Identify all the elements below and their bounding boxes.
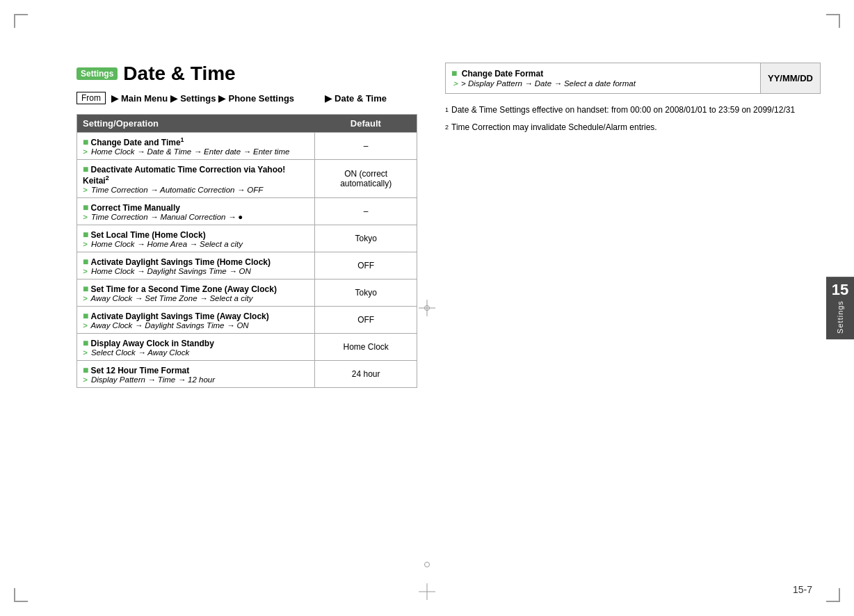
page-number-bottom: 15-7 [793, 584, 812, 595]
table-row-setting-7: ■Display Away Clock in Standby> Select C… [77, 334, 315, 361]
row-path-text: > Away Clock → Daylight Savings Time → O… [83, 321, 309, 330]
right-column: ■ Change Date Format ＞> Display Pattern … [445, 63, 821, 138]
change-date-title-text: Change Date Format [462, 69, 543, 79]
row-path-text: > Home Clock → Home Area → Select a city [83, 240, 309, 248]
path-arrow-icon: > [83, 213, 88, 221]
path-arrow-icon: > [83, 375, 88, 384]
row-title-text: Set 12 Hour Time Format [90, 366, 189, 375]
path-rest: Time Correction → Manual Correction → ● [89, 213, 243, 221]
footnote-2: 2Time Correction may invalidate Schedule… [445, 121, 821, 134]
path-arrow: ＞ [451, 79, 460, 88]
change-date-path: ＞> Display Pattern → Date → Select a dat… [451, 79, 755, 89]
col-header-default: Default [315, 115, 417, 133]
table-row-setting-6: ■Activate Daylight Savings Time (Away Cl… [77, 307, 315, 334]
page-number: 15 [829, 282, 851, 298]
breadcrumb-arrow2: ▶ [170, 93, 177, 104]
breadcrumb-link3: Phone Settings [228, 93, 294, 104]
green-square-icon: ■ [451, 67, 457, 79]
footnote-text-1: Date & Time Settings effective on handse… [451, 104, 795, 117]
path-arrow-icon: > [83, 294, 88, 302]
change-date-box: ■ Change Date Format ＞> Display Pattern … [445, 63, 821, 94]
green-square-icon: ■ [83, 364, 88, 375]
path-rest: Away Clock → Set Time Zone → Select a ci… [89, 294, 253, 302]
change-date-path-text: > Display Pattern → Date → Select a date… [461, 79, 636, 88]
table-row-default-0: – [315, 133, 417, 160]
corner-mark-bl [14, 588, 28, 602]
settings-table: Setting/Operation Default ■Change Date a… [76, 114, 417, 388]
page-title-row: Settings Date & Time [76, 63, 417, 85]
breadcrumb: From ▶ Main Menu ▶ Settings ▶ Phone Sett… [76, 92, 417, 104]
page-tab: 15 Settings [826, 277, 854, 339]
breadcrumb-arrow4: ▶ [325, 93, 332, 104]
left-column: Settings Date & Time From ▶ Main Menu ▶ … [76, 63, 417, 388]
green-square-icon: ■ [83, 202, 88, 213]
row-path-text: > Away Clock → Set Time Zone → Select a … [83, 294, 309, 302]
page-title-text: Date & Time [123, 63, 235, 85]
table-row-default-8: 24 hour [315, 361, 417, 388]
breadcrumb-link1: Main Menu [121, 93, 168, 104]
row-path-text: > Display Pattern → Time → 12 hour [83, 375, 309, 384]
table-row-setting-2: ■Correct Time Manually> Time Correction … [77, 198, 315, 225]
footnote-text-2: Time Correction may invalidate Schedule/… [451, 121, 657, 134]
breadcrumb-link2: Settings [180, 93, 216, 104]
row-path-text: > Select Clock → Away Clock [83, 348, 309, 357]
green-square-icon: ■ [83, 136, 88, 147]
page-label: Settings [836, 300, 844, 334]
path-arrow-icon: > [83, 240, 88, 248]
table-row-default-3: Tokyo [315, 225, 417, 252]
corner-mark-tl [14, 14, 28, 28]
green-square-icon: ■ [83, 283, 88, 294]
path-arrow-icon: > [83, 321, 88, 330]
corner-mark-tr [826, 14, 840, 28]
main-content: Settings Date & Time From ▶ Main Menu ▶ … [76, 63, 812, 574]
table-row-setting-0: ■Change Date and Time1> Home Clock → Dat… [77, 133, 315, 160]
row-title-text: Set Local Time (Home Clock) [90, 230, 205, 240]
table-row-default-7: Home Clock [315, 334, 417, 361]
row-path-text: > Home Clock → Daylight Savings Time → O… [83, 267, 309, 275]
breadcrumb-arrow1: ▶ [111, 93, 118, 104]
table-row-setting-8: ■Set 12 Hour Time Format> Display Patter… [77, 361, 315, 388]
breadcrumb-arrow3: ▶ [218, 93, 225, 104]
path-arrow-icon: > [83, 147, 88, 156]
footnote-1: 1Date & Time Settings effective on hands… [445, 104, 821, 117]
breadcrumb-second-line: ▶ Date & Time [322, 93, 387, 104]
green-square-icon: ■ [83, 256, 88, 267]
path-arrow-icon: > [83, 267, 88, 275]
table-row-default-6: OFF [315, 307, 417, 334]
corner-mark-br [826, 588, 840, 602]
row-path-text: > Time Correction → Automatic Correction… [83, 186, 309, 194]
footnote-num-2: 2 [445, 122, 449, 132]
row-title-text: Display Away Clock in Standby [90, 339, 214, 348]
path-rest: Select Clock → Away Clock [89, 348, 189, 357]
path-rest: Home Clock → Home Area → Select a city [89, 240, 243, 248]
path-arrow-icon: > [83, 348, 88, 357]
table-row-default-1: ON (correct automatically) [315, 160, 417, 198]
table-row-setting-5: ■Set Time for a Second Time Zone (Away C… [77, 279, 315, 307]
green-square-icon: ■ [83, 310, 88, 321]
row-path-text: > Home Clock → Date & Time → Enter date … [83, 147, 309, 156]
change-date-title: ■ Change Date Format [451, 67, 755, 79]
col-header-setting: Setting/Operation [77, 115, 315, 133]
row-title-text: Change Date and Time [90, 138, 180, 147]
row-title-text: Correct Time Manually [90, 203, 179, 213]
green-square-icon: ■ [83, 163, 88, 175]
green-square-icon: ■ [83, 229, 88, 240]
change-date-left: ■ Change Date Format ＞> Display Pattern … [446, 63, 760, 93]
row-title-text: Set Time for a Second Time Zone (Away Cl… [90, 284, 276, 294]
table-row-setting-1: ■Deactivate Automatic Time Correction vi… [77, 160, 315, 198]
path-rest: Display Pattern → Time → 12 hour [89, 375, 215, 384]
breadcrumb-link4: Date & Time [335, 93, 387, 104]
row-title-text: Activate Daylight Savings Time (Home Clo… [90, 257, 271, 267]
table-row-default-5: Tokyo [315, 279, 417, 307]
table-row-setting-3: ■Set Local Time (Home Clock)> Home Clock… [77, 225, 315, 252]
change-date-default: YY/MM/DD [760, 63, 820, 93]
path-rest: Home Clock → Daylight Savings Time → ON [89, 267, 251, 275]
green-square-icon: ■ [83, 337, 88, 348]
row-path-text: > Time Correction → Manual Correction → … [83, 213, 309, 221]
breadcrumb-from: From [76, 92, 106, 104]
row-title-text: Deactivate Automatic Time Correction via… [83, 165, 285, 186]
table-row-default-4: OFF [315, 252, 417, 279]
path-arrow-icon: > [83, 186, 88, 194]
path-rest: Home Clock → Date & Time → Enter date → … [89, 147, 290, 156]
table-row-setting-4: ■Activate Daylight Savings Time (Home Cl… [77, 252, 315, 279]
